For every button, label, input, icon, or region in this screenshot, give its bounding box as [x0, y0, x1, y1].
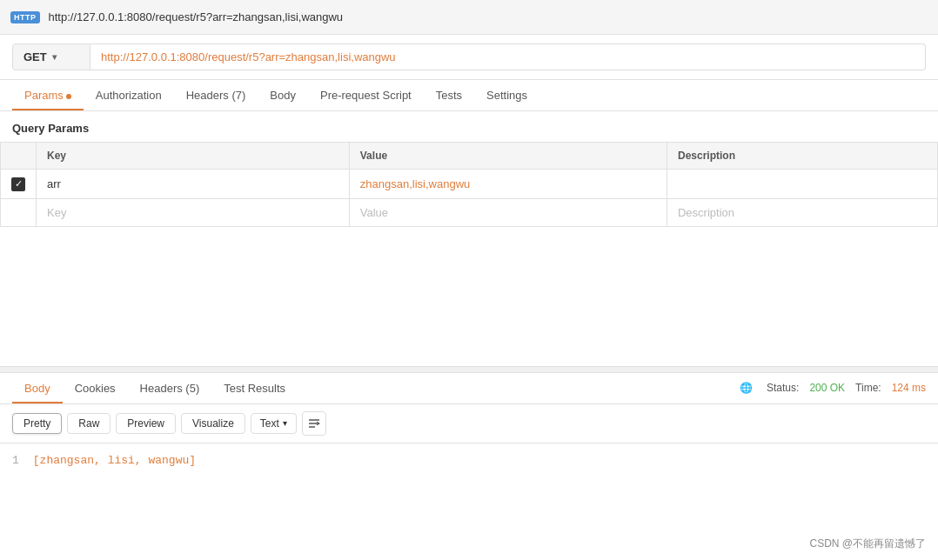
title-url: http://127.0.0.1:8080/request/r5?arr=zha… — [49, 10, 344, 23]
response-tabs-left: Body Cookies Headers (5) Test Results — [12, 373, 298, 403]
empty-desc[interactable]: Description — [667, 198, 937, 226]
col-value-header: Value — [349, 143, 667, 170]
resp-tab-headers[interactable]: Headers (5) — [128, 373, 212, 403]
time-label: Time: — [855, 382, 881, 394]
tab-prerequest[interactable]: Pre-request Script — [308, 80, 424, 110]
tab-headers[interactable]: Headers (7) — [174, 80, 258, 110]
method-label: GET — [23, 50, 47, 63]
request-bar: GET ▾ — [0, 35, 938, 80]
col-checkbox — [1, 143, 37, 170]
raw-button[interactable]: Raw — [67, 413, 111, 434]
tab-settings[interactable]: Settings — [474, 80, 539, 110]
visualize-button[interactable]: Visualize — [181, 413, 245, 434]
pretty-button[interactable]: Pretty — [12, 413, 62, 434]
row-desc[interactable] — [667, 170, 937, 199]
http-icon: HTTP — [10, 11, 40, 23]
request-tabs-bar: Params Authorization Headers (7) Body Pr… — [0, 80, 938, 111]
text-format-dropdown[interactable]: Text ▾ — [251, 413, 297, 434]
chevron-down-icon: ▾ — [283, 418, 287, 428]
col-desc-header: Description — [667, 143, 937, 170]
row-value[interactable]: zhangsan,lisi,wangwu — [349, 170, 667, 199]
globe-icon: 🌐 — [740, 382, 753, 394]
status-label: Status: — [767, 382, 799, 394]
row-key[interactable]: arr — [37, 170, 350, 199]
empty-checkbox[interactable] — [1, 198, 37, 226]
response-status-area: 🌐 Status: 200 OK Time: 124 ms — [740, 382, 926, 394]
tab-authorization[interactable]: Authorization — [84, 80, 174, 110]
title-bar: HTTP http://127.0.0.1:8080/request/r5?ar… — [0, 0, 938, 35]
query-params-title: Query Params — [0, 111, 938, 142]
table-row-empty: Key Value Description — [1, 198, 938, 226]
line-number: 1 — [12, 454, 19, 467]
text-format-label: Text — [260, 417, 279, 430]
url-input[interactable] — [90, 43, 926, 70]
response-code: [zhangsan, lisi, wangwu] — [33, 454, 196, 467]
empty-key[interactable]: Key — [37, 198, 350, 226]
resp-tab-cookies[interactable]: Cookies — [63, 373, 128, 403]
tab-tests[interactable]: Tests — [424, 80, 474, 110]
response-code-area: 1[zhangsan, lisi, wangwu] — [0, 443, 938, 496]
params-dot — [66, 94, 71, 99]
resp-tab-testresults[interactable]: Test Results — [211, 373, 298, 403]
params-table: Key Value Description arr zhangsan,lisi,… — [0, 142, 938, 227]
resp-tab-body[interactable]: Body — [12, 373, 63, 403]
method-select[interactable]: GET ▾ — [12, 43, 90, 70]
col-key-header: Key — [37, 143, 350, 170]
status-value: 200 OK — [809, 382, 845, 394]
response-tabs-bar: Body Cookies Headers (5) Test Results 🌐 … — [0, 373, 938, 404]
wrap-icon[interactable] — [302, 411, 326, 436]
time-value: 124 ms — [892, 382, 926, 394]
empty-value[interactable]: Value — [349, 198, 667, 226]
tab-body[interactable]: Body — [258, 80, 308, 110]
section-divider — [0, 366, 938, 373]
row-checkbox[interactable] — [1, 170, 37, 199]
tab-params[interactable]: Params — [12, 80, 84, 110]
empty-space — [0, 227, 938, 366]
chevron-down-icon: ▾ — [52, 52, 57, 62]
checkbox-checked-icon — [11, 177, 25, 191]
preview-button[interactable]: Preview — [116, 413, 176, 434]
format-bar: Pretty Raw Preview Visualize Text ▾ — [0, 404, 938, 443]
table-row: arr zhangsan,lisi,wangwu — [1, 170, 938, 199]
